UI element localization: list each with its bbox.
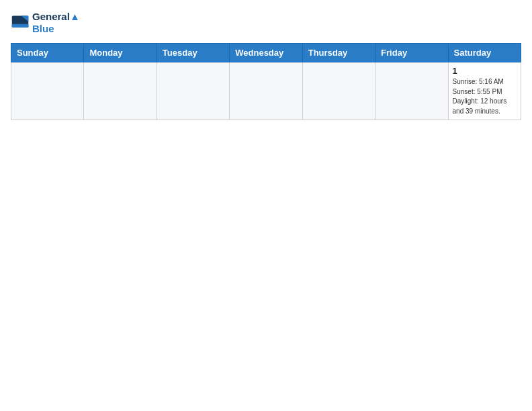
- calendar-cell-empty: [302, 62, 375, 120]
- day-header-thursday: Thursday: [302, 44, 375, 62]
- calendar-cell: 1Sunrise: 5:16 AMSunset: 5:55 PMDaylight…: [448, 62, 521, 120]
- calendar-week-row: 1Sunrise: 5:16 AMSunset: 5:55 PMDaylight…: [11, 62, 521, 120]
- day-header-sunday: Sunday: [11, 44, 84, 62]
- calendar-cell-empty: [84, 62, 157, 120]
- svg-rect-2: [12, 24, 29, 28]
- page-header: General▲ Blue: [11, 11, 521, 35]
- day-header-saturday: Saturday: [448, 44, 521, 62]
- calendar-cell-empty: [157, 62, 229, 120]
- day-header-friday: Friday: [375, 44, 448, 62]
- day-header-wednesday: Wednesday: [230, 44, 302, 62]
- calendar-table: SundayMondayTuesdayWednesdayThursdayFrid…: [11, 43, 521, 120]
- calendar-cell-empty: [230, 62, 302, 120]
- logo-icon: [11, 13, 30, 32]
- calendar-cell-empty: [11, 62, 84, 120]
- logo-text: General▲ Blue: [32, 11, 80, 35]
- calendar-header-row: SundayMondayTuesdayWednesdayThursdayFrid…: [11, 44, 521, 62]
- day-number: 1: [453, 66, 517, 76]
- logo: General▲ Blue: [11, 11, 80, 35]
- cell-content: Sunrise: 5:16 AMSunset: 5:55 PMDaylight:…: [453, 77, 517, 116]
- calendar-cell-empty: [375, 62, 448, 120]
- day-header-monday: Monday: [84, 44, 157, 62]
- day-header-tuesday: Tuesday: [157, 44, 229, 62]
